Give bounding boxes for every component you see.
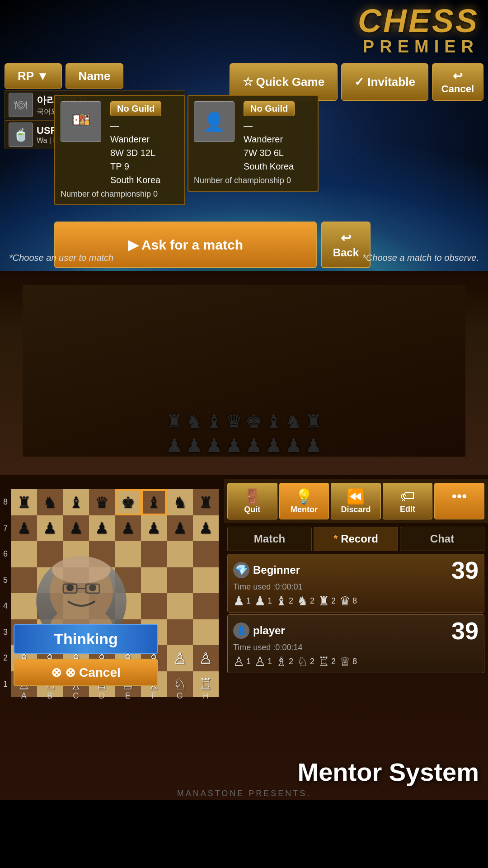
quit-icon: 🚪: [243, 488, 261, 505]
chess-piece: ♜: [199, 493, 212, 511]
row-label-6: 6: [0, 549, 11, 559]
food-icon2: 🍵: [13, 127, 29, 142]
chess-cell[interactable]: [167, 593, 193, 619]
cancel-button[interactable]: ↩ Cancel: [432, 63, 483, 101]
piece-icon: ♝: [276, 594, 287, 609]
chess-cell[interactable]: ♟: [11, 515, 37, 542]
chess-cell[interactable]: [11, 593, 37, 619]
row-label-2: 2: [0, 653, 11, 663]
player-avatar: 🍽: [9, 93, 33, 117]
mentor-icon: 💡: [295, 488, 313, 505]
piece-icon: ♜: [318, 594, 329, 609]
chess-cell[interactable]: [193, 541, 219, 567]
quit-button[interactable]: 🚪 Quit: [227, 483, 277, 519]
thinking-bar: Thinking: [14, 624, 158, 654]
score-card-player: 👤 player 39 Time used :0:00:14 ♙ 1 ♙ 1 ♗…: [227, 614, 484, 673]
right-game-panel: 🚪 Quit 💡 Mentor ⏪ Discard 🏷 Edit ••• Mat…: [224, 479, 488, 796]
choose-user-label: *Choose an user to match: [9, 253, 113, 263]
chess-cell[interactable]: ♟: [141, 515, 167, 542]
chess-cell[interactable]: ♜: [11, 489, 37, 515]
chess3d-perspective: ♜♞ ♝♛ ♚♝ ♞♜ ♟♟ ♟♟ ♟♟ ♟♟: [23, 285, 465, 457]
chess-cell[interactable]: ♟: [193, 515, 219, 542]
chess-cell[interactable]: [193, 593, 219, 619]
invitable-button[interactable]: ✓ Invitable: [341, 63, 428, 101]
col-label-a: A: [19, 691, 29, 701]
chess-cell[interactable]: [167, 619, 193, 646]
gem-icon: 💎: [235, 564, 248, 576]
chess-piece: ♙: [199, 649, 212, 667]
name-filter-button[interactable]: Name: [66, 63, 124, 89]
chess-piece: ♝: [147, 493, 160, 511]
piece-icon: ♛: [339, 594, 351, 609]
cancel-thinking-button[interactable]: ⊗ ⊗ Cancel: [14, 659, 158, 686]
discard-button[interactable]: ⏪ Discard: [331, 483, 381, 519]
player-pieces: ♙ 1 ♙ 1 ♗ 2 ♘ 2 ♖ 2 ♕ 8: [233, 654, 479, 669]
chess-cell[interactable]: ♟: [167, 515, 193, 542]
chess-cell[interactable]: ♟: [37, 515, 63, 542]
chess-cell[interactable]: [11, 541, 37, 567]
more-icon: •••: [452, 488, 467, 505]
chess-cell[interactable]: [193, 619, 219, 646]
thinking-overlay: Thinking ⊗ ⊗ Cancel: [14, 624, 158, 686]
tab-record[interactable]: * Record: [314, 527, 398, 551]
beginner-score: 39: [451, 558, 479, 582]
championship-left: Number of championship 0: [61, 189, 179, 199]
svg-point-7: [52, 556, 111, 583]
choose-match-label: *Choose a match to observe.: [362, 253, 479, 263]
chess-piece: ♘: [173, 675, 187, 693]
chess-cell[interactable]: [167, 567, 193, 594]
chess-cell[interactable]: ♜: [193, 489, 219, 515]
chess-cell[interactable]: [167, 541, 193, 567]
decorative-chess-board: ♜♞ ♝♛ ♚♝ ♞♜ ♟♟ ♟♟ ♟♟ ♟♟: [0, 271, 488, 475]
edit-button[interactable]: 🏷 Edit: [383, 483, 433, 519]
chess-cell[interactable]: [193, 567, 219, 594]
chess-cell[interactable]: ♞: [167, 489, 193, 515]
detail-guild-right: No Guild: [244, 101, 295, 116]
chess-cell[interactable]: ♟: [89, 515, 115, 542]
chess-cell[interactable]: [141, 567, 167, 594]
chess-piece: ♜: [17, 493, 31, 511]
food-photo-icon: 🍱: [71, 112, 91, 131]
chess-cell[interactable]: ♚: [115, 489, 141, 515]
piece-icon: ♟: [233, 594, 244, 609]
chess-piece: ♞: [43, 493, 56, 511]
piece-icon: ♟: [254, 594, 266, 609]
tab-match[interactable]: Match: [227, 527, 312, 551]
chess-cell[interactable]: ♟: [115, 515, 141, 542]
detail-panel-right: 👤 No Guild — Wanderer 7W 3D 6L South Kor…: [188, 95, 319, 192]
chess-piece: ♟: [17, 519, 31, 537]
svg-point-3: [89, 584, 96, 591]
chess-piece: ♟: [173, 519, 187, 537]
chess-cell[interactable]: ♙: [167, 645, 193, 671]
undo-icon: ↩: [453, 69, 463, 83]
title-premier: PREMIER: [358, 37, 479, 57]
svg-point-2: [66, 584, 74, 591]
col-label-d: D: [96, 691, 107, 701]
top-matchmaking-section: CHESS PREMIER RP ▼ Name ☆ Quick Game ✓ I…: [0, 0, 488, 271]
chess-piece: ♟: [199, 519, 212, 537]
chess-cell[interactable]: ♛: [89, 489, 115, 515]
detail-avatar-right: 👤: [194, 101, 235, 142]
chess-cell[interactable]: [141, 593, 167, 619]
rp-filter-button[interactable]: RP ▼: [5, 63, 62, 89]
chess-cell[interactable]: [11, 567, 37, 594]
game-section: 8 7 6 5 4 3 2 1 ♜♞♝♛♚♝♞♜♟♟♟♟♟♟♟♟♙♙♙♙♙♙♙♙…: [0, 475, 488, 800]
mentor-button[interactable]: 💡 Mentor: [279, 483, 329, 519]
player-time: Time used :0:00:14: [233, 643, 479, 652]
piece-icon: ♙: [233, 654, 244, 669]
player-avatar: 👤: [233, 623, 249, 639]
piece-icon: ♖: [318, 654, 329, 669]
tab-chat[interactable]: Chat: [400, 527, 484, 551]
chess-piece: ♟: [43, 519, 56, 537]
chess-cell[interactable]: ♞: [37, 489, 63, 515]
chess-cell[interactable]: ♝: [141, 489, 167, 515]
more-button[interactable]: •••: [434, 483, 484, 519]
player-name: player: [253, 624, 449, 637]
piece-icon: ♘: [297, 654, 308, 669]
chess-cell[interactable]: [141, 541, 167, 567]
chess-cell[interactable]: ♟: [63, 515, 89, 542]
detail-guild-left: No Guild: [110, 101, 161, 116]
chess-cell[interactable]: ♙: [193, 645, 219, 671]
person-icon2: 👤: [236, 626, 246, 636]
chess-cell[interactable]: ♝: [63, 489, 89, 515]
